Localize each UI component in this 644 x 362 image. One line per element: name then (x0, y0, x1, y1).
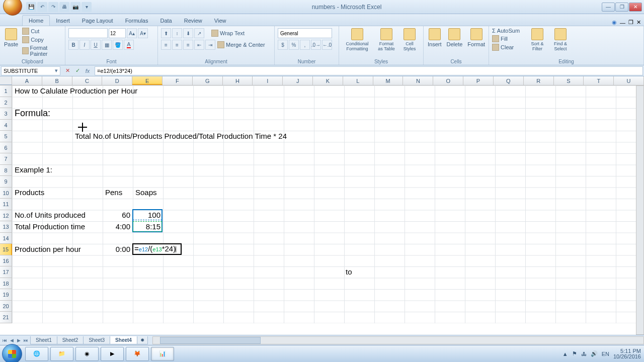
col-P[interactable]: P (463, 76, 494, 85)
border-icon[interactable]: ▦ (102, 40, 112, 50)
help-icon[interactable]: ◉ (612, 19, 617, 26)
align-left-icon[interactable]: ≡ (161, 40, 171, 50)
cell-A1[interactable]: How to Calulate Production per Hour (13, 85, 139, 97)
format-painter-button[interactable]: Format Painter (21, 44, 63, 57)
qat-more-icon[interactable]: ▾ (82, 2, 92, 12)
cell-E10[interactable]: Soaps (134, 187, 158, 198)
cell-A10[interactable]: Products (13, 187, 46, 198)
orientation-icon[interactable]: ↗ (194, 28, 204, 38)
col-U[interactable]: U (614, 76, 644, 85)
col-H[interactable]: H (223, 76, 253, 85)
taskbar-excel-icon[interactable]: 📊 (151, 347, 174, 361)
col-M[interactable]: M (373, 76, 404, 85)
paste-button[interactable]: Paste (2, 27, 20, 48)
row-19[interactable]: 19 (0, 289, 12, 301)
row-7[interactable]: 7 (0, 153, 12, 165)
tab-insert[interactable]: Insert (50, 16, 76, 26)
align-right-icon[interactable]: ≡ (183, 40, 193, 50)
cancel-formula-icon[interactable]: ✕ (62, 66, 72, 75)
sort-filter-button[interactable]: Sort & Filter (526, 27, 548, 52)
office-button[interactable] (3, 0, 22, 16)
taskbar-explorer-icon[interactable]: 📁 (50, 347, 73, 361)
qat-print-icon[interactable]: 🖶 (59, 2, 69, 12)
cell-grid[interactable]: How to Calulate Production per Hour Form… (12, 85, 644, 323)
tray-flag-icon[interactable]: ⚑ (572, 350, 577, 357)
row-21[interactable]: 21 (0, 312, 12, 323)
sheet-nav-first-icon[interactable]: ⏮ (1, 336, 8, 344)
cell-A3[interactable]: Formula: (13, 108, 52, 119)
sheet-nav-last-icon[interactable]: ⏭ (22, 336, 29, 344)
col-E[interactable]: E (132, 76, 163, 85)
row-6[interactable]: 6 (0, 142, 12, 154)
cell-A8[interactable]: Example 1: (13, 164, 54, 175)
row-10[interactable]: 10 (0, 188, 12, 199)
cell-C5[interactable]: Total No.of Units/Products Produced/Tota… (73, 131, 288, 142)
tab-home[interactable]: Home (22, 15, 50, 26)
row-12[interactable]: 12 (0, 210, 12, 222)
row-2[interactable]: 2 (0, 97, 12, 109)
tab-page-layout[interactable]: Page Layout (76, 16, 119, 26)
row-3[interactable]: 3 (0, 108, 12, 120)
delete-cells-button[interactable]: Delete (445, 27, 465, 48)
col-K[interactable]: K (313, 76, 343, 85)
font-family-select[interactable] (68, 28, 108, 38)
qat-save-icon[interactable]: 💾 (26, 2, 36, 12)
col-F[interactable]: F (163, 76, 193, 85)
row-18[interactable]: 18 (0, 278, 12, 290)
wrap-text-button[interactable]: Wrap Text (210, 29, 246, 37)
col-N[interactable]: N (403, 76, 433, 85)
minimize-button[interactable]: — (602, 3, 615, 12)
row-4[interactable]: 4 (0, 120, 12, 131)
maximize-button[interactable]: ❐ (615, 3, 628, 12)
percent-icon[interactable]: % (289, 40, 299, 50)
align-top-icon[interactable]: ⬆ (161, 28, 171, 38)
fill-color-icon[interactable]: 🪣 (113, 40, 123, 50)
col-A[interactable]: A (12, 76, 42, 85)
close-workbook-icon[interactable]: ✕ (636, 19, 641, 26)
align-center-icon[interactable]: ≡ (172, 40, 182, 50)
start-button[interactable] (2, 344, 22, 363)
format-as-table-button[interactable]: Format as Table (374, 27, 398, 52)
qat-redo-icon[interactable]: ↷ (48, 2, 58, 12)
hscroll-thumb[interactable] (160, 337, 261, 344)
tab-view[interactable]: View (208, 16, 232, 26)
fx-icon[interactable]: fx (83, 66, 93, 75)
sheet-tab-2[interactable]: Sheet2 (57, 336, 84, 344)
conditional-formatting-button[interactable]: Conditional Formatting (341, 27, 373, 52)
close-button[interactable]: ✕ (629, 3, 642, 12)
decrease-indent-icon[interactable]: ⇤ (194, 40, 204, 50)
increase-decimal-icon[interactable]: .0→ (311, 40, 321, 50)
tray-lang[interactable]: EN (602, 351, 609, 357)
tray-clock[interactable]: 5:11 PM 10/26/2016 (613, 348, 641, 359)
row-17[interactable]: 17 (0, 266, 12, 278)
vertical-scrollbar[interactable] (636, 85, 644, 335)
col-L[interactable]: L (343, 76, 373, 85)
name-box[interactable]: SUBSTITUTE▾ (1, 66, 60, 75)
col-T[interactable]: T (584, 76, 614, 85)
row-13[interactable]: 13 (0, 221, 12, 233)
sheet-nav-next-icon[interactable]: ▶ (15, 336, 22, 344)
row-1[interactable]: 1 (0, 85, 12, 97)
decrease-decimal-icon[interactable]: ←.0 (322, 40, 332, 50)
font-size-select[interactable] (109, 28, 126, 38)
horizontal-scrollbar[interactable] (152, 336, 644, 344)
currency-icon[interactable]: $ (278, 40, 288, 50)
taskbar-firefox-icon[interactable]: 🦊 (126, 347, 149, 361)
cell-D12[interactable]: 60 (103, 210, 132, 221)
sheet-tab-3[interactable]: Sheet3 (83, 336, 110, 344)
row-9[interactable]: 9 (0, 176, 12, 188)
fill-button[interactable]: Fill (491, 35, 525, 43)
active-cell-E15[interactable]: =e12/(e13*24) (132, 243, 182, 255)
new-sheet-icon[interactable]: ✸ (137, 336, 148, 344)
col-J[interactable]: J (283, 76, 313, 85)
taskbar-chrome-icon[interactable]: ◉ (75, 347, 99, 361)
merge-center-button[interactable]: Merge & Center (216, 41, 266, 49)
autosum-button[interactable]: ΣAutoSum (491, 27, 525, 34)
underline-button[interactable]: U (91, 40, 101, 50)
insert-cells-button[interactable]: Insert (426, 27, 444, 48)
sheet-nav-prev-icon[interactable]: ◀ (8, 336, 15, 344)
row-15[interactable]: 15 (0, 244, 12, 255)
row-14[interactable]: 14 (0, 233, 12, 244)
grow-font-icon[interactable]: A▴ (127, 28, 137, 38)
align-middle-icon[interactable]: ↕ (172, 28, 182, 38)
